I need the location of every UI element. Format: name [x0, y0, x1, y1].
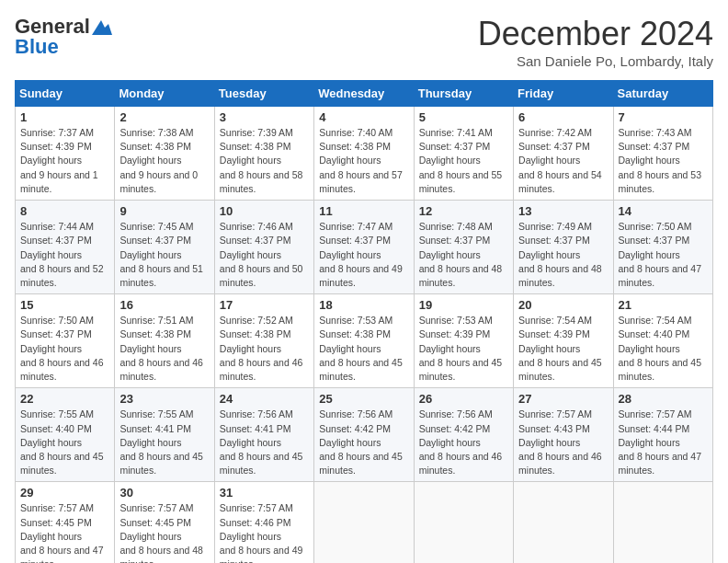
day-info: Sunrise: 7:55 AM Sunset: 4:41 PM Dayligh…	[119, 408, 209, 477]
calendar-cell: 27 Sunrise: 7:57 AM Sunset: 4:43 PM Dayl…	[514, 388, 613, 482]
calendar-cell: 30 Sunrise: 7:57 AM Sunset: 4:45 PM Dayl…	[115, 482, 214, 563]
month-title: December 2024	[478, 15, 713, 53]
day-number: 14	[619, 204, 708, 218]
day-number: 7	[619, 110, 708, 124]
day-info: Sunrise: 7:57 AM Sunset: 4:45 PM Dayligh…	[119, 501, 209, 563]
day-number: 12	[419, 204, 508, 218]
calendar-week-row: 1 Sunrise: 7:37 AM Sunset: 4:39 PM Dayli…	[16, 107, 713, 201]
page-header: General Blue December 2024 San Daniele P…	[15, 15, 713, 69]
day-info: Sunrise: 7:44 AM Sunset: 4:37 PM Dayligh…	[20, 220, 109, 290]
day-number: 26	[419, 392, 508, 406]
calendar-cell: 10 Sunrise: 7:46 AM Sunset: 4:37 PM Dayl…	[214, 201, 313, 294]
day-number: 24	[220, 392, 309, 406]
day-info: Sunrise: 7:37 AM Sunset: 4:39 PM Dayligh…	[20, 126, 109, 196]
calendar-cell: 22 Sunrise: 7:55 AM Sunset: 4:40 PM Dayl…	[16, 388, 115, 482]
calendar-cell	[414, 482, 513, 563]
calendar-cell: 31 Sunrise: 7:57 AM Sunset: 4:46 PM Dayl…	[214, 482, 313, 563]
day-number: 1	[20, 110, 109, 124]
day-number: 28	[619, 392, 708, 406]
day-number: 30	[119, 486, 209, 500]
day-number: 20	[518, 298, 608, 312]
day-info: Sunrise: 7:57 AM Sunset: 4:45 PM Dayligh…	[20, 501, 109, 563]
day-info: Sunrise: 7:40 AM Sunset: 4:38 PM Dayligh…	[319, 126, 408, 196]
day-info: Sunrise: 7:39 AM Sunset: 4:38 PM Dayligh…	[220, 126, 309, 196]
day-info: Sunrise: 7:53 AM Sunset: 4:39 PM Dayligh…	[419, 314, 508, 384]
calendar-cell: 7 Sunrise: 7:43 AM Sunset: 4:37 PM Dayli…	[613, 107, 712, 201]
day-info: Sunrise: 7:54 AM Sunset: 4:40 PM Dayligh…	[619, 314, 708, 384]
calendar-cell: 15 Sunrise: 7:50 AM Sunset: 4:37 PM Dayl…	[16, 294, 115, 388]
day-info: Sunrise: 7:57 AM Sunset: 4:46 PM Dayligh…	[220, 501, 309, 563]
calendar-cell: 26 Sunrise: 7:56 AM Sunset: 4:42 PM Dayl…	[414, 388, 513, 482]
calendar-cell: 21 Sunrise: 7:54 AM Sunset: 4:40 PM Dayl…	[613, 294, 712, 388]
day-number: 23	[119, 392, 209, 406]
calendar-cell: 3 Sunrise: 7:39 AM Sunset: 4:38 PM Dayli…	[214, 107, 313, 201]
day-number: 31	[220, 486, 309, 500]
day-number: 18	[319, 298, 408, 312]
day-info: Sunrise: 7:50 AM Sunset: 4:37 PM Dayligh…	[20, 314, 109, 384]
day-number: 13	[518, 204, 608, 218]
location-subtitle: San Daniele Po, Lombardy, Italy	[478, 53, 713, 69]
day-number: 5	[419, 110, 508, 124]
title-block: December 2024 San Daniele Po, Lombardy, …	[478, 15, 713, 69]
day-number: 27	[518, 392, 608, 406]
calendar-cell: 28 Sunrise: 7:57 AM Sunset: 4:44 PM Dayl…	[613, 388, 712, 482]
calendar-cell: 24 Sunrise: 7:56 AM Sunset: 4:41 PM Dayl…	[214, 388, 313, 482]
day-number: 2	[119, 110, 209, 124]
svg-marker-0	[92, 20, 112, 35]
calendar-cell: 18 Sunrise: 7:53 AM Sunset: 4:38 PM Dayl…	[314, 294, 414, 388]
col-monday: Monday	[115, 81, 214, 107]
calendar-cell: 14 Sunrise: 7:50 AM Sunset: 4:37 PM Dayl…	[613, 201, 712, 294]
day-number: 17	[220, 298, 309, 312]
day-number: 3	[220, 110, 309, 124]
calendar-cell: 12 Sunrise: 7:48 AM Sunset: 4:37 PM Dayl…	[414, 201, 513, 294]
calendar-header-row: Sunday Monday Tuesday Wednesday Thursday…	[16, 81, 713, 107]
day-info: Sunrise: 7:43 AM Sunset: 4:37 PM Dayligh…	[619, 126, 708, 196]
day-info: Sunrise: 7:38 AM Sunset: 4:38 PM Dayligh…	[119, 126, 209, 196]
calendar-cell	[613, 482, 712, 563]
day-number: 11	[319, 204, 408, 218]
calendar-cell: 1 Sunrise: 7:37 AM Sunset: 4:39 PM Dayli…	[16, 107, 115, 201]
day-info: Sunrise: 7:50 AM Sunset: 4:37 PM Dayligh…	[619, 220, 708, 290]
day-info: Sunrise: 7:45 AM Sunset: 4:37 PM Dayligh…	[119, 220, 209, 290]
logo-bird-icon	[92, 20, 112, 35]
day-number: 25	[319, 392, 408, 406]
day-number: 9	[119, 204, 209, 218]
col-thursday: Thursday	[414, 81, 513, 107]
day-info: Sunrise: 7:54 AM Sunset: 4:39 PM Dayligh…	[518, 314, 608, 384]
day-info: Sunrise: 7:56 AM Sunset: 4:42 PM Dayligh…	[419, 408, 508, 477]
day-number: 4	[319, 110, 408, 124]
calendar-week-row: 8 Sunrise: 7:44 AM Sunset: 4:37 PM Dayli…	[16, 201, 713, 294]
day-info: Sunrise: 7:57 AM Sunset: 4:44 PM Dayligh…	[619, 408, 708, 477]
day-info: Sunrise: 7:53 AM Sunset: 4:38 PM Dayligh…	[319, 314, 408, 384]
calendar-cell: 4 Sunrise: 7:40 AM Sunset: 4:38 PM Dayli…	[314, 107, 414, 201]
calendar-week-row: 15 Sunrise: 7:50 AM Sunset: 4:37 PM Dayl…	[16, 294, 713, 388]
day-number: 6	[518, 110, 608, 124]
col-wednesday: Wednesday	[314, 81, 414, 107]
day-number: 21	[619, 298, 708, 312]
calendar-table: Sunday Monday Tuesday Wednesday Thursday…	[15, 80, 713, 563]
day-info: Sunrise: 7:51 AM Sunset: 4:38 PM Dayligh…	[119, 314, 209, 384]
day-info: Sunrise: 7:47 AM Sunset: 4:37 PM Dayligh…	[319, 220, 408, 290]
col-friday: Friday	[514, 81, 613, 107]
day-info: Sunrise: 7:48 AM Sunset: 4:37 PM Dayligh…	[419, 220, 508, 290]
calendar-cell: 9 Sunrise: 7:45 AM Sunset: 4:37 PM Dayli…	[115, 201, 214, 294]
calendar-cell	[514, 482, 613, 563]
logo: General Blue	[15, 15, 112, 59]
calendar-week-row: 22 Sunrise: 7:55 AM Sunset: 4:40 PM Dayl…	[16, 388, 713, 482]
logo-blue: Blue	[15, 35, 59, 59]
day-number: 22	[20, 392, 109, 406]
calendar-cell: 25 Sunrise: 7:56 AM Sunset: 4:42 PM Dayl…	[314, 388, 414, 482]
day-info: Sunrise: 7:56 AM Sunset: 4:42 PM Dayligh…	[319, 408, 408, 477]
col-tuesday: Tuesday	[214, 81, 313, 107]
day-number: 19	[419, 298, 508, 312]
calendar-cell: 29 Sunrise: 7:57 AM Sunset: 4:45 PM Dayl…	[16, 482, 115, 563]
day-info: Sunrise: 7:42 AM Sunset: 4:37 PM Dayligh…	[518, 126, 608, 196]
calendar-cell: 13 Sunrise: 7:49 AM Sunset: 4:37 PM Dayl…	[514, 201, 613, 294]
col-sunday: Sunday	[16, 81, 115, 107]
calendar-cell: 20 Sunrise: 7:54 AM Sunset: 4:39 PM Dayl…	[514, 294, 613, 388]
col-saturday: Saturday	[613, 81, 712, 107]
day-number: 29	[20, 486, 109, 500]
calendar-cell: 5 Sunrise: 7:41 AM Sunset: 4:37 PM Dayli…	[414, 107, 513, 201]
calendar-week-row: 29 Sunrise: 7:57 AM Sunset: 4:45 PM Dayl…	[16, 482, 713, 563]
day-number: 16	[119, 298, 209, 312]
